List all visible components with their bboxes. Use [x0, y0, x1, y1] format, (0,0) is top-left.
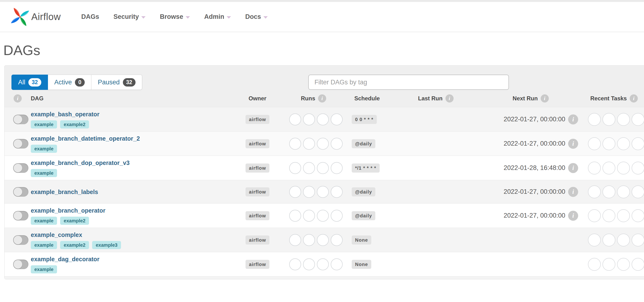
dag-link[interactable]: example_branch_datetime_operator_2 — [31, 134, 140, 143]
recent-task-circle[interactable] — [602, 234, 615, 247]
recent-task-circle[interactable] — [632, 234, 644, 247]
run-state-circle[interactable] — [303, 138, 315, 150]
dag-tag[interactable]: example — [31, 145, 57, 153]
recent-task-circle[interactable] — [602, 209, 615, 222]
recent-task-circle[interactable] — [617, 137, 630, 150]
dag-tag[interactable]: example2 — [60, 217, 89, 225]
next-run-row-info-icon[interactable]: i — [568, 163, 578, 173]
tab-active[interactable]: Active0 — [48, 75, 92, 90]
run-state-circle[interactable] — [303, 186, 315, 198]
last-run-info-icon[interactable]: i — [446, 94, 454, 102]
run-state-circle[interactable] — [317, 234, 329, 246]
next-run-row-info-icon[interactable]: i — [568, 187, 578, 197]
recent-task-circle[interactable] — [617, 258, 630, 271]
nav-item-docs[interactable]: Docs — [238, 2, 275, 32]
dag-pause-toggle[interactable] — [13, 187, 28, 197]
dag-link[interactable]: example_branch_labels — [31, 188, 98, 196]
recent-task-circle[interactable] — [602, 258, 615, 271]
dag-link[interactable]: example_branch_operator — [31, 206, 106, 215]
run-state-circle[interactable] — [331, 234, 343, 246]
run-state-circle[interactable] — [317, 210, 329, 222]
runs-info-icon[interactable]: i — [318, 94, 326, 102]
recent-task-circle[interactable] — [588, 113, 601, 126]
recent-task-circle[interactable] — [617, 162, 630, 174]
run-state-circle[interactable] — [331, 186, 343, 198]
recent-task-circle[interactable] — [588, 234, 601, 247]
recent-task-circle[interactable] — [602, 113, 615, 126]
dag-tag[interactable]: example — [31, 217, 57, 225]
run-state-circle[interactable] — [289, 138, 301, 150]
recent-task-circle[interactable] — [617, 113, 630, 126]
dag-tag[interactable]: example — [31, 265, 57, 273]
run-state-circle[interactable] — [331, 113, 343, 125]
dag-tag[interactable]: example2 — [60, 241, 89, 249]
nav-item-admin[interactable]: Admin — [197, 2, 238, 32]
run-state-circle[interactable] — [303, 234, 315, 246]
recent-task-circle[interactable] — [588, 162, 601, 174]
run-state-circle[interactable] — [289, 186, 301, 198]
tab-all[interactable]: All32 — [12, 75, 48, 90]
run-state-circle[interactable] — [317, 162, 329, 174]
run-state-circle[interactable] — [331, 210, 343, 222]
recent-task-circle[interactable] — [632, 137, 644, 150]
run-state-circle[interactable] — [289, 210, 301, 222]
dag-pause-toggle[interactable] — [13, 115, 28, 124]
recent-task-circle[interactable] — [632, 185, 644, 198]
dag-pause-toggle[interactable] — [13, 260, 28, 269]
recent-task-circle[interactable] — [617, 209, 630, 222]
run-state-circle[interactable] — [317, 186, 329, 198]
recent-task-circle[interactable] — [588, 185, 601, 198]
run-state-circle[interactable] — [289, 234, 301, 246]
recent-task-circle[interactable] — [632, 113, 644, 126]
recent-task-circle[interactable] — [632, 258, 644, 271]
run-state-circle[interactable] — [289, 162, 301, 174]
dag-link[interactable]: example_bash_operator — [31, 110, 100, 118]
tab-paused[interactable]: Paused32 — [92, 75, 142, 90]
dag-link[interactable]: example_dag_decorator — [31, 255, 100, 263]
recent-task-circle[interactable] — [602, 162, 615, 174]
dag-tag[interactable]: example — [31, 169, 57, 177]
nav-item-dags[interactable]: DAGs — [74, 2, 106, 32]
filter-dags-by-tag-input[interactable] — [308, 75, 509, 90]
nav-item-security[interactable]: Security — [106, 2, 153, 32]
run-state-circle[interactable] — [289, 113, 301, 125]
dag-tag[interactable]: example — [31, 241, 57, 249]
next-run-row-info-icon[interactable]: i — [568, 211, 578, 221]
dag-pause-toggle[interactable] — [13, 211, 28, 221]
dag-tag[interactable]: example2 — [60, 120, 89, 128]
run-state-circle[interactable] — [303, 113, 315, 125]
run-state-circle[interactable] — [289, 258, 301, 270]
run-state-circle[interactable] — [303, 210, 315, 222]
run-state-circle[interactable] — [317, 258, 329, 270]
airflow-brand[interactable]: Airflow — [11, 7, 61, 27]
recent-task-circle[interactable] — [588, 137, 601, 150]
dag-pause-toggle[interactable] — [13, 235, 28, 245]
run-state-circle[interactable] — [303, 258, 315, 270]
dag-tag[interactable]: example — [31, 120, 57, 128]
next-run-row-info-icon[interactable]: i — [568, 139, 578, 149]
recent-task-circle[interactable] — [602, 185, 615, 198]
run-state-circle[interactable] — [331, 162, 343, 174]
dag-pause-toggle[interactable] — [13, 163, 28, 173]
run-state-circle[interactable] — [303, 162, 315, 174]
dag-link[interactable]: example_complex — [31, 231, 82, 239]
run-state-circle[interactable] — [317, 113, 329, 125]
next-run-info-icon[interactable]: i — [541, 94, 549, 102]
dag-tag[interactable]: example3 — [92, 241, 121, 249]
recent-task-circle[interactable] — [617, 185, 630, 198]
run-state-circle[interactable] — [317, 138, 329, 150]
recent-task-circle[interactable] — [588, 258, 601, 271]
recent-task-circle[interactable] — [617, 234, 630, 247]
dag-pause-toggle[interactable] — [13, 139, 28, 148]
run-state-circle[interactable] — [331, 258, 343, 270]
dag-column-info-icon[interactable]: i — [14, 94, 22, 102]
recent-task-circle[interactable] — [632, 209, 644, 222]
nav-item-browse[interactable]: Browse — [153, 2, 197, 32]
next-run-row-info-icon[interactable]: i — [568, 114, 578, 124]
recent-task-circle[interactable] — [602, 137, 615, 150]
recent-tasks-info-icon[interactable]: i — [630, 94, 638, 102]
dag-link[interactable]: example_branch_dop_operator_v3 — [31, 159, 130, 167]
recent-task-circle[interactable] — [588, 209, 601, 222]
run-state-circle[interactable] — [331, 138, 343, 150]
recent-task-circle[interactable] — [632, 162, 644, 174]
